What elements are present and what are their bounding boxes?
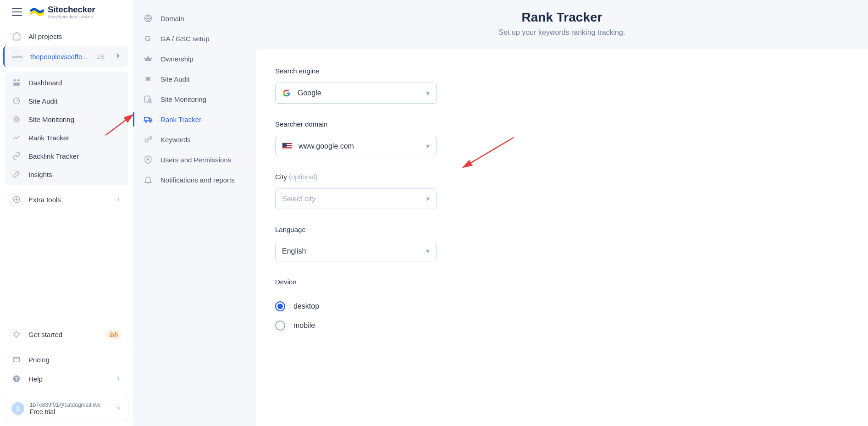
sidebar-item-site-monitoring[interactable]: Site Monitoring	[5, 110, 128, 128]
account-plan: Free trial	[30, 408, 101, 415]
dashboard-icon	[12, 78, 21, 87]
midnav-label: Keywords	[160, 136, 191, 144]
caret-down-icon: ▾	[426, 89, 430, 98]
chevron-right-icon	[116, 196, 121, 204]
sidebar-item-label: Site Audit	[28, 97, 57, 105]
midnav-keywords[interactable]: Keywords	[133, 129, 256, 149]
device-mobile-label: mobile	[293, 321, 315, 330]
chart-icon	[12, 133, 21, 142]
sidebar-item-dashboard[interactable]: Dashboard	[5, 73, 128, 92]
sidebar-item-insights[interactable]: Insights	[5, 165, 128, 183]
svg-point-4	[16, 118, 18, 121]
truck-icon	[143, 114, 153, 124]
svg-line-20	[145, 80, 146, 81]
menu-toggle[interactable]	[12, 8, 22, 16]
midnav-site-monitoring[interactable]: Site Monitoring	[133, 89, 256, 109]
midnav-domain[interactable]: Domain	[133, 8, 256, 28]
project-name: thepeoplevscoffe...	[30, 53, 88, 61]
midnav-label: GA / GSC setup	[160, 35, 210, 43]
logo[interactable]: Sitechecker Proudly made in Ukraine	[30, 5, 95, 19]
logo-subtitle: Proudly made in Ukraine	[48, 15, 95, 19]
all-projects-link[interactable]: All projects	[5, 27, 128, 46]
pricing-label: Pricing	[28, 356, 50, 364]
key-icon	[143, 134, 153, 144]
logo-icon	[30, 7, 44, 17]
language-value: English	[282, 247, 306, 255]
sidebar-item-backlink[interactable]: Backlink Tracker	[5, 147, 128, 165]
svg-text:G: G	[145, 34, 151, 43]
avatar: 1	[11, 402, 24, 415]
search-page-icon	[143, 94, 153, 104]
us-flag-icon	[282, 143, 292, 149]
project-country: US	[96, 53, 105, 60]
midnav-ga-gsc[interactable]: G GA / GSC setup	[133, 28, 256, 49]
logo-title: Sitechecker	[48, 5, 95, 15]
all-projects-label: All projects	[28, 33, 62, 40]
extra-tools-link[interactable]: Extra tools	[5, 190, 128, 209]
city-label: City (optional)	[275, 173, 318, 182]
wand-icon	[12, 170, 21, 179]
get-started-label: Get started	[28, 331, 62, 338]
midnav-site-audit[interactable]: Site Audit	[133, 69, 256, 89]
search-engine-select[interactable]: Google ▾	[275, 83, 437, 104]
device-desktop-radio[interactable]: desktop	[275, 301, 849, 311]
project-favicon: coffee	[12, 51, 23, 62]
sidebar-item-site-audit[interactable]: Site Audit	[5, 92, 128, 110]
account-card[interactable]: 1 1b7e839f01@catdogmail.live Free trial	[5, 396, 128, 421]
gauge-icon	[12, 96, 21, 105]
searcher-domain-value: www.google.com	[299, 142, 354, 150]
device-mobile-radio[interactable]: mobile	[275, 321, 849, 331]
caret-down-icon: ▾	[426, 194, 430, 203]
radio-checked-icon	[275, 301, 285, 311]
midnav-label: Site Audit	[160, 75, 189, 83]
city-select[interactable]: Select city ▾	[275, 188, 437, 209]
midnav-rank-tracker[interactable]: Rank Tracker	[133, 109, 256, 129]
help-link[interactable]: ? Help	[5, 369, 128, 388]
sidebar-item-label: Insights	[28, 171, 52, 178]
caret-down-icon: ▾	[426, 247, 430, 255]
svg-line-18	[145, 77, 146, 78]
pricing-link[interactable]: Pricing	[5, 350, 128, 369]
midnav-notifications[interactable]: Notifications and reports	[133, 170, 256, 190]
searcher-domain-label: Searcher domain	[275, 120, 327, 129]
sidebar-item-rank-tracker[interactable]: Rank Tracker	[5, 128, 128, 147]
search-engine-label: Search engine	[275, 67, 320, 76]
svg-rect-10	[13, 358, 20, 362]
help-icon: ?	[12, 374, 21, 383]
google-logo-icon	[282, 89, 291, 98]
chevron-right-icon	[115, 53, 121, 61]
svg-point-17	[146, 77, 150, 81]
globe-icon	[143, 13, 153, 23]
device-desktop-label: desktop	[293, 302, 319, 310]
diamond-icon	[12, 330, 21, 339]
sidebar-item-label: Dashboard	[28, 79, 62, 87]
google-icon: G	[143, 33, 153, 44]
language-select[interactable]: English ▾	[275, 241, 437, 261]
chevron-right-icon	[116, 404, 122, 413]
shield-icon	[143, 155, 153, 165]
svg-rect-25	[144, 117, 149, 121]
svg-rect-9	[14, 332, 20, 337]
svg-point-28	[145, 139, 148, 142]
midnav-label: Notifications and reports	[160, 176, 235, 184]
svg-rect-2	[13, 83, 20, 86]
get-started-link[interactable]: Get started 2/5	[5, 325, 128, 344]
svg-point-26	[145, 121, 147, 122]
link-icon	[12, 151, 21, 160]
midnav-label: Site Monitoring	[160, 95, 206, 103]
midnav-users[interactable]: Users and Permissions	[133, 149, 256, 170]
caret-down-icon: ▾	[426, 142, 430, 150]
svg-line-19	[149, 77, 151, 78]
searcher-domain-select[interactable]: www.google.com ▾	[275, 136, 437, 156]
svg-line-24	[151, 102, 152, 103]
svg-rect-1	[17, 79, 20, 81]
chevron-right-icon	[116, 375, 121, 383]
page-subtitle: Set up your keywords ranking tracking.	[256, 28, 868, 37]
svg-point-29	[147, 159, 149, 160]
sidebar-item-label: Rank Tracker	[28, 134, 69, 142]
midnav-ownership[interactable]: Ownership	[133, 49, 256, 69]
project-selector[interactable]: coffee thepeoplevscoffe... US	[3, 46, 128, 67]
bell-icon	[143, 175, 153, 185]
sidebar-item-label: Site Monitoring	[28, 116, 74, 123]
svg-point-5	[14, 116, 19, 122]
